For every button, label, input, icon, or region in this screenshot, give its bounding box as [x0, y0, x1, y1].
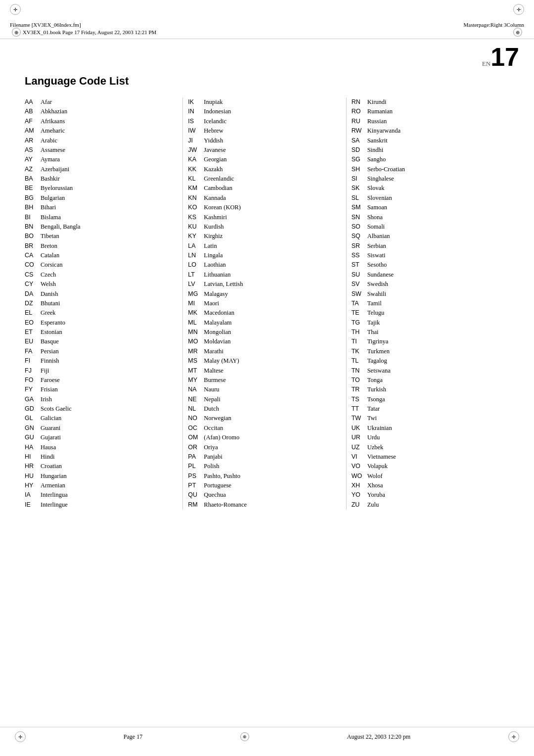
list-item: ISIcelandic — [188, 117, 341, 126]
language-code: KU — [188, 222, 204, 232]
language-name: Ukrainian — [367, 424, 392, 433]
language-code: CS — [25, 270, 41, 280]
language-code: HI — [25, 452, 41, 462]
language-code: UK — [352, 424, 367, 433]
language-name: Swedish — [367, 280, 388, 289]
language-name: Burmese — [204, 376, 225, 385]
list-item: BEByelorussian — [25, 184, 178, 193]
list-item: NLDutch — [188, 404, 341, 414]
language-name: Georgian — [204, 155, 226, 164]
list-item: ARArabic — [25, 136, 178, 145]
list-item: WOWolof — [352, 472, 504, 481]
list-item: CSCzech — [25, 270, 178, 280]
language-code: AZ — [25, 165, 41, 174]
language-code: IS — [188, 117, 204, 126]
list-item: KLGreenlandic — [188, 174, 341, 184]
page-number: 17 — [490, 43, 519, 71]
list-item: SOSomali — [352, 222, 504, 232]
language-name: Telugu — [367, 308, 385, 318]
language-code: ST — [352, 260, 367, 270]
language-name: Dutch — [204, 404, 219, 414]
list-item: TNSetswana — [352, 366, 504, 376]
list-item: GNGuarani — [25, 424, 178, 433]
language-name: Marathi — [204, 347, 223, 356]
list-item: UKUkrainian — [352, 424, 504, 433]
list-item: PTPortuguese — [188, 481, 341, 490]
language-code: BN — [25, 222, 41, 232]
language-code: AY — [25, 155, 41, 164]
language-name: Maltese — [204, 366, 223, 376]
language-name: Latvian, Lettish — [204, 280, 243, 289]
language-code: TG — [352, 318, 367, 328]
language-name: Breton — [41, 241, 57, 251]
list-item: IEInterlingue — [25, 500, 178, 510]
language-name: Welsh — [41, 280, 56, 289]
language-name: Panjabi — [204, 452, 222, 462]
language-name: Nepali — [204, 395, 220, 404]
language-name: Bashkir — [41, 174, 60, 184]
language-name: Korean (KOR) — [204, 203, 241, 212]
language-name: Malayalam — [204, 318, 231, 328]
list-item: MRMarathi — [188, 347, 341, 356]
language-name: Greenlandic — [204, 174, 234, 184]
list-item: SHSerbo-Croatian — [352, 165, 504, 174]
top-left-corner-circle: ✛ — [10, 4, 21, 15]
language-code: PL — [188, 462, 204, 471]
language-code: TS — [352, 395, 367, 404]
language-code: UZ — [352, 443, 367, 452]
list-item: SVSwedish — [352, 280, 504, 289]
language-name: Moldavian — [204, 337, 230, 346]
language-code: MS — [188, 356, 204, 366]
list-item: UZUzbek — [352, 443, 504, 452]
list-item: MIMaori — [188, 299, 341, 308]
list-item: BHBihari — [25, 203, 178, 212]
language-name: Faroese — [41, 376, 60, 385]
language-name: Bengali, Bangla — [41, 222, 81, 232]
language-code: SM — [352, 203, 367, 212]
language-name: Greek — [41, 308, 56, 318]
language-code: BA — [25, 174, 41, 184]
header-row2: ⊕ XV3EX_01.book Page 17 Friday, August 2… — [10, 28, 524, 37]
footer-center-crosshair: ⊕ — [240, 732, 249, 741]
list-item: SNShona — [352, 213, 504, 222]
language-code: TL — [352, 356, 367, 366]
language-name: Kannada — [204, 193, 225, 203]
language-code: KN — [188, 193, 204, 203]
language-code: SG — [352, 155, 367, 164]
language-code: GL — [25, 414, 41, 423]
list-item: SKSlovak — [352, 184, 504, 193]
language-name: Vietnamese — [367, 452, 396, 462]
language-name: Latin — [204, 241, 217, 251]
language-code: HA — [25, 443, 41, 452]
language-code: BH — [25, 203, 41, 212]
language-code: FY — [25, 385, 41, 394]
language-name: Lithuanian — [204, 270, 230, 280]
language-name: Kashmiri — [204, 213, 227, 222]
crosshair-mark-right: ⊕ — [513, 28, 522, 37]
language-name: Norwegian — [204, 414, 231, 423]
language-code: AF — [25, 117, 41, 126]
language-name: Arabic — [41, 136, 57, 145]
language-code: AR — [25, 136, 41, 145]
language-code: FA — [25, 347, 41, 356]
list-item: TKTurkmen — [352, 347, 504, 356]
language-name: Wolof — [367, 472, 383, 481]
language-code: TK — [352, 347, 367, 356]
language-name: Kurdish — [204, 222, 223, 232]
language-code: MT — [188, 366, 204, 376]
list-item: BRBreton — [25, 241, 178, 251]
list-item: TGTajik — [352, 318, 504, 328]
language-name: (Afan) Oromo — [204, 433, 239, 442]
language-code: OM — [188, 433, 204, 442]
language-name: Bhutani — [41, 299, 60, 308]
language-code: MI — [188, 299, 204, 308]
list-item: DADanish — [25, 289, 178, 299]
language-code: KY — [188, 232, 204, 241]
language-code: SR — [352, 241, 367, 251]
list-item: URUrdu — [352, 433, 504, 442]
language-name: Tigrinya — [367, 337, 389, 346]
language-code: TI — [352, 337, 367, 346]
language-code: GD — [25, 404, 41, 414]
language-code: SQ — [352, 232, 367, 241]
language-name: Tsonga — [367, 395, 385, 404]
